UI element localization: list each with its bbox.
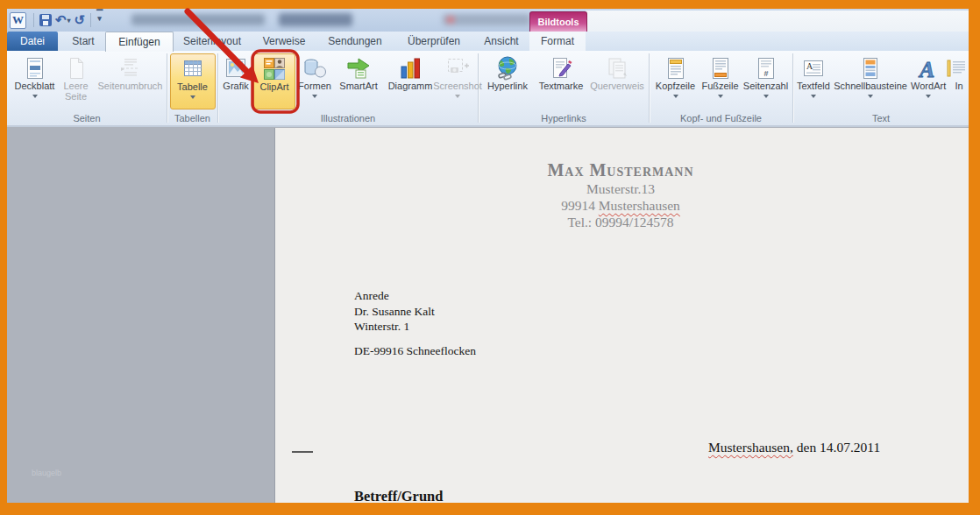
picture-icon [223, 55, 249, 81]
tab-verweise[interactable]: Verweise [252, 32, 316, 51]
tab-format[interactable]: Format [529, 32, 586, 51]
button-label: Hyperlink [487, 81, 528, 92]
letterhead-name: Max Mustermann [445, 159, 796, 180]
redacted-title-text [131, 14, 265, 25]
svg-text:#: # [763, 69, 768, 78]
chart-icon [397, 55, 423, 81]
schnellbausteine-button[interactable]: Schnellbausteine [834, 53, 907, 109]
clipart-button[interactable]: ClipArt [253, 53, 295, 109]
text-box-icon: A [800, 55, 827, 81]
redo-button[interactable]: ↺ [75, 12, 86, 28]
letterhead-postal: 99914 Mustershausen [445, 197, 796, 214]
globe-link-icon [494, 55, 521, 81]
button-label: Textfeld [797, 81, 830, 92]
drop-cap-icon [946, 55, 969, 81]
qat-separator [90, 13, 91, 27]
button-label: Diagramm [388, 81, 433, 92]
header-icon [663, 55, 689, 81]
save-icon [39, 14, 52, 26]
button-label: In [955, 81, 962, 92]
fusszeile-button[interactable]: Fußzeile [699, 53, 742, 109]
tab-seitenlayout[interactable]: Seitenlayout [174, 32, 251, 51]
deckblatt-button[interactable]: Deckblatt [12, 53, 58, 109]
button-label: Formen [298, 81, 331, 92]
wordart-icon: A [915, 55, 941, 81]
button-label: Fußzeile [701, 81, 738, 92]
undo-button[interactable]: ↶▾ [55, 12, 71, 28]
group-label-seiten: Seiten [7, 113, 167, 123]
recipient-line: DE-99916 Schneeflocken [354, 343, 476, 359]
group-label-illustrationen: Illustrationen [218, 113, 478, 123]
ribbon-group-illustrationen: Grafik ClipArt [218, 51, 478, 125]
hyperlink-button[interactable]: Hyperlink [480, 53, 535, 109]
tab-ansicht[interactable]: Ansicht [475, 32, 528, 51]
textmarke-button[interactable]: Textmarke [535, 53, 587, 109]
redo-icon: ↺ [75, 12, 86, 28]
customize-qat-button[interactable]: ▔▾ [96, 12, 103, 28]
cover-page-icon [22, 55, 48, 81]
ribbon-group-seiten: Deckblatt Leere Seite [7, 51, 167, 125]
kopfzeile-button[interactable]: Kopfzeile [652, 53, 699, 109]
svg-text:A: A [806, 61, 813, 71]
screenshot-button[interactable]: Screenshot [437, 53, 478, 109]
seitenzahl-button[interactable]: # Seitenzahl [742, 53, 791, 109]
leere-seite-button[interactable]: Leere Seite [58, 53, 95, 109]
button-label: SmartArt [339, 81, 377, 92]
word-window: W ↶▾ ↺ ▔▾ Bildtools Datei Start Einfügen… [7, 9, 969, 503]
diagramm-button[interactable]: Diagramm [383, 53, 437, 109]
page-break-icon [117, 55, 144, 81]
button-label: Leere Seite [58, 81, 95, 102]
button-label: Screenshot [433, 81, 482, 92]
textfeld-button[interactable]: A Textfeld [793, 53, 834, 109]
word-app-icon[interactable]: W [10, 12, 26, 29]
undo-icon: ↶ [55, 12, 67, 28]
title-bar: W ↶▾ ↺ ▔▾ Bildtools [7, 9, 969, 32]
chevron-down-icon [811, 95, 816, 98]
screenshot-icon [444, 55, 471, 81]
group-label-text: Text [793, 113, 969, 123]
chevron-down-icon [718, 95, 723, 98]
initiale-button-clipped[interactable]: In [949, 53, 969, 109]
page-number-icon: # [753, 55, 779, 81]
quick-parts-icon [857, 55, 884, 81]
grafik-button[interactable]: Grafik [218, 53, 253, 109]
button-label: Querverweis [590, 81, 644, 92]
svg-text:A: A [918, 57, 934, 81]
tab-start[interactable]: Start [63, 32, 103, 51]
postal-city-misspelled: Mustershausen [599, 198, 680, 213]
letterhead-phone: Tel.: 09994/124578 [445, 214, 796, 230]
blank-page-icon [63, 55, 89, 81]
save-button[interactable] [39, 12, 52, 28]
smartart-button[interactable]: SmartArt [334, 53, 383, 109]
button-label: Tabelle [177, 82, 208, 93]
document-page[interactable]: Max Mustermann Musterstr.13 99914 Muster… [274, 128, 969, 503]
chevron-down-icon[interactable]: ▾ [67, 17, 71, 25]
letterhead: Max Mustermann Musterstr.13 99914 Muster… [445, 159, 796, 230]
button-label: Grafik [223, 81, 248, 92]
bookmark-icon [548, 55, 574, 81]
formen-button[interactable]: Formen [295, 53, 334, 109]
postal-code: 99914 [561, 198, 599, 213]
tab-datei[interactable]: Datei [7, 32, 58, 51]
group-label-tabellen: Tabellen [167, 113, 217, 123]
ribbon-tab-row: Datei Start Einfügen Seitenlayout Verwei… [7, 32, 969, 51]
ribbon: Deckblatt Leere Seite [7, 51, 969, 127]
tab-einfuegen[interactable]: Einfügen [105, 32, 174, 52]
watermark-text: blaugelb [32, 469, 61, 477]
button-label: Seitenzahl [743, 81, 788, 92]
ribbon-group-text: A Textfeld Schnellbausteine [793, 51, 969, 125]
button-label: Schnellbausteine [834, 81, 907, 92]
group-label-kopf-und-fusszeile: Kopf- und Fußzeile [650, 113, 792, 123]
contextual-tab-group-bildtools: Bildtools [529, 11, 587, 32]
button-label: Textmarke [539, 81, 584, 92]
button-label: ClipArt [259, 82, 288, 93]
wordart-button[interactable]: A WordArt [907, 53, 949, 109]
tab-ueberpruefen[interactable]: Überprüfen [394, 32, 473, 51]
letterhead-street: Musterstr.13 [445, 180, 796, 197]
button-label: Deckblatt [15, 81, 55, 92]
querverweis-button[interactable]: Querverweis [587, 53, 647, 109]
tab-sendungen[interactable]: Sendungen [317, 32, 393, 51]
date-text: den 14.07.2011 [793, 440, 880, 455]
seitenumbruch-button[interactable]: Seitenumbruch [95, 53, 167, 109]
tabelle-button[interactable]: Tabelle [170, 53, 216, 109]
